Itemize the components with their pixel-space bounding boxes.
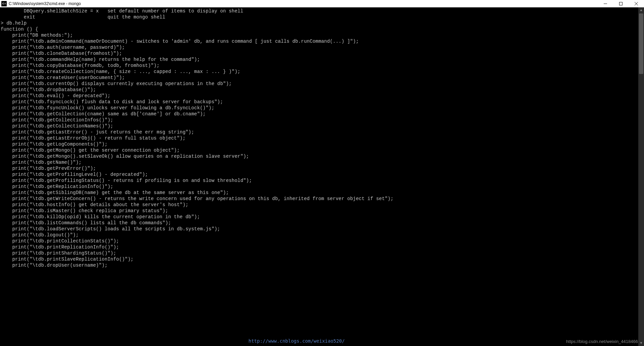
titlebar[interactable]: C:\ C:\Windows\system32\cmd.exe - mongo — [0, 0, 644, 7]
window-controls — [598, 0, 644, 7]
minimize-button[interactable] — [598, 0, 613, 7]
window-title: C:\Windows\system32\cmd.exe - mongo — [9, 1, 598, 6]
vertical-scrollbar[interactable]: ▲ ▼ — [638, 7, 644, 346]
watermark-left: http://www.cnblogs.com/weixiao520/ — [248, 338, 345, 344]
watermark-right: https://blog.csdn.net/weixin_4418466 — [566, 339, 638, 345]
cmd-icon: C:\ — [1, 1, 7, 6]
scroll-down-arrow[interactable]: ▼ — [638, 340, 644, 346]
app-window: C:\ C:\Windows\system32\cmd.exe - mongo … — [0, 0, 644, 346]
terminal-area[interactable]: DBQuery.shellBatchSize = x set default n… — [0, 7, 644, 346]
terminal-output: DBQuery.shellBatchSize = x set default n… — [1, 8, 644, 268]
maximize-button[interactable] — [613, 0, 629, 7]
scroll-up-arrow[interactable]: ▲ — [638, 7, 644, 13]
scroll-thumb[interactable] — [639, 13, 643, 74]
close-button[interactable] — [629, 0, 644, 7]
svg-rect-1 — [619, 2, 623, 5]
